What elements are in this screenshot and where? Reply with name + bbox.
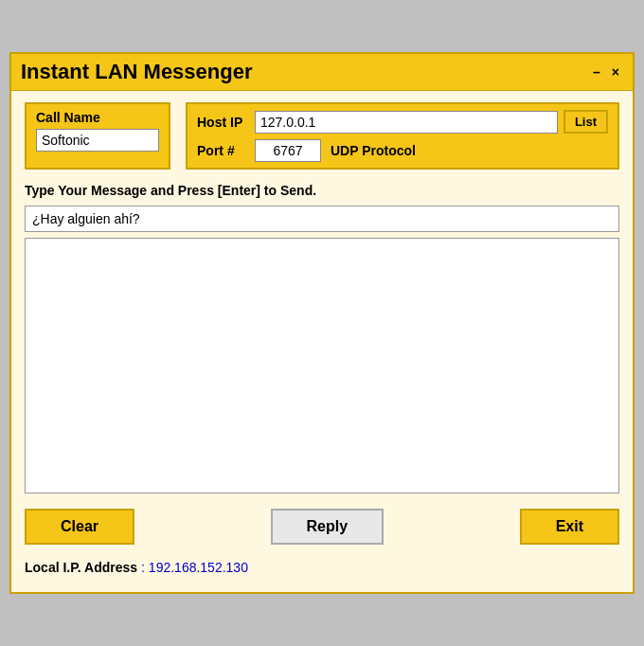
local-ip-value: : 192.168.152.130 [141, 560, 248, 575]
port-row: Port # UDP Protocol [197, 139, 608, 162]
main-window: Instant LAN Messenger – × Call Name Host… [9, 52, 635, 594]
host-ip-row: Host IP List [197, 110, 608, 134]
status-bar: Local I.P. Address : 192.168.152.130 [25, 556, 619, 581]
exit-button[interactable]: Exit [520, 509, 619, 545]
title-bar: Instant LAN Messenger – × [11, 54, 633, 91]
host-ip-input[interactable] [255, 111, 558, 134]
call-name-section: Call Name [25, 102, 170, 170]
port-label: Port # [197, 143, 249, 158]
minimize-button[interactable]: – [589, 64, 604, 80]
clear-button[interactable]: Clear [25, 509, 134, 545]
window-controls: – × [589, 64, 623, 80]
call-name-input[interactable] [36, 129, 159, 152]
host-section: Host IP List Port # UDP Protocol [186, 102, 619, 170]
message-instruction: Type Your Message and Press [Enter] to S… [25, 183, 619, 198]
port-input[interactable] [255, 139, 321, 162]
button-row: Clear Reply Exit [25, 509, 619, 545]
close-button[interactable]: × [608, 64, 623, 80]
local-ip-label: Local I.P. Address [25, 560, 137, 575]
call-name-label: Call Name [36, 110, 100, 125]
message-area[interactable] [25, 238, 619, 493]
top-row: Call Name Host IP List Port # UDP Protoc… [25, 102, 619, 170]
reply-button[interactable]: Reply [271, 509, 385, 545]
list-button[interactable]: List [564, 110, 608, 134]
message-input[interactable] [25, 206, 619, 232]
udp-protocol-label: UDP Protocol [331, 143, 416, 158]
host-ip-label: Host IP [197, 115, 249, 130]
window-title: Instant LAN Messenger [21, 60, 253, 84]
